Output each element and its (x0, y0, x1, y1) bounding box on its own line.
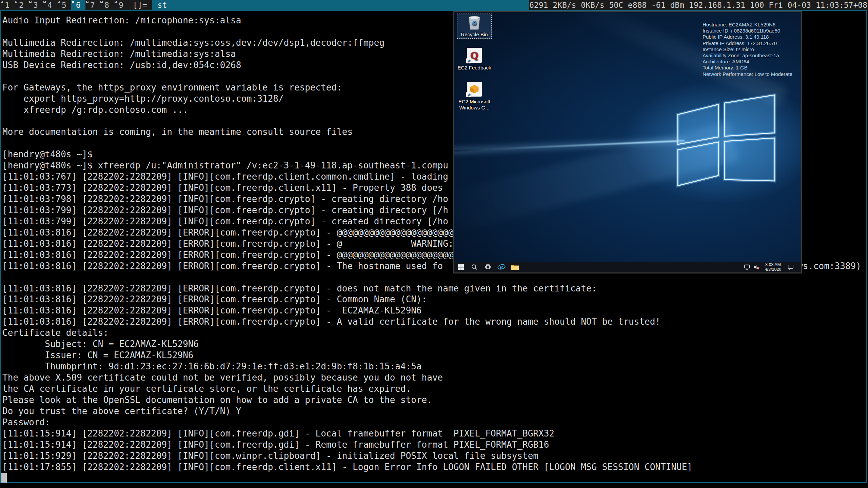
workspace-tag-9[interactable]: 9 (114, 0, 128, 10)
internet-explorer-icon: e (497, 263, 506, 271)
tag-label: 8 (104, 1, 109, 9)
desktop-icon-label: Recycle Bin (457, 32, 491, 38)
tag-client-indicator (43, 1, 46, 3)
tag-label: 4 (47, 1, 52, 9)
workspace-tag-1[interactable]: 1 (0, 0, 14, 10)
folder-icon (511, 264, 519, 270)
tag-client-indicator (86, 1, 88, 3)
workspace-tag-7[interactable]: 7 (85, 0, 100, 10)
terminal-line: [11:01:03:816] [2282202:2282209] [ERROR]… (2, 305, 864, 316)
terminal-line: [11:01:03:816] [2282202:2282209] [ERROR]… (2, 283, 864, 294)
svg-text:♻: ♻ (472, 20, 477, 27)
ec2-info-line: Public IP Address: 3.1.49.118 (703, 34, 799, 40)
workspace-tag-2[interactable]: 2 (14, 0, 28, 10)
tag-client-indicator (100, 1, 103, 3)
desktop-icon-ec2-feedback[interactable]: Q ↗ EC2 Feedback (457, 48, 491, 71)
clock-time: 3:03 AM (765, 262, 781, 267)
terminal-line: The above X.509 certificate could not be… (2, 372, 864, 383)
ec2-info-line: Architecture: AMD64 (703, 59, 799, 65)
tag-label: 7 (90, 1, 95, 9)
desktop-icon-label: EC2 Microsoft (457, 99, 491, 105)
dwm-bar: 123456789 []= st 6291 2KB/s 0KB/s 50C e8… (0, 0, 868, 10)
q-icon: Q (470, 52, 478, 58)
windows-logo (668, 94, 783, 192)
task-view-icon (485, 264, 491, 270)
terminal-line-fragment: ws.com:3389) (797, 261, 861, 272)
terminal-line: [11:01:03:816] [2282202:2282209] [ERROR]… (2, 316, 864, 327)
terminal-cursor (1, 473, 7, 483)
workspace-tag-6[interactable]: 6 (71, 0, 85, 10)
terminal-line: Subject: CN = EC2AMAZ-KL529N6 (2, 339, 864, 350)
terminal-line: [11:01:15:914] [2282202:2282209] [INFO][… (2, 439, 864, 450)
terminal-line: [11:01:03:816] [2282202:2282209] [ERROR]… (2, 294, 864, 305)
tag-label: 1 (5, 1, 9, 9)
tag-label: 9 (119, 1, 123, 9)
desktop-icon-label: Windows G... (457, 105, 491, 111)
terminal-line: Password: (2, 417, 864, 428)
tag-client-indicator (29, 1, 32, 3)
ec2-info-line: Network Performance: Low to Moderate (703, 71, 799, 77)
workspace-tag-3[interactable]: 3 (28, 0, 43, 10)
ec2-info-line: Instance Size: t2.micro (703, 46, 799, 53)
focused-window-title: st (152, 0, 529, 10)
desktop-icon-ec2-microsoft-windows[interactable]: ↗ EC2 Microsoft Windows G... (457, 82, 491, 111)
ec2-info-line: Hostname: EC2AMAZ-KL529N6 (703, 22, 799, 28)
wallpaper-light-beam (454, 140, 685, 152)
terminal-line: Thumbprint: 9d:d1:23:ec:27:16:6b:d7:29:1… (2, 361, 864, 372)
shortcut-arrow-icon: ↗ (466, 58, 471, 63)
tag-client-indicator (72, 1, 74, 3)
ec2-info-line: Instance ID: i-08238d6011fb9ae50 (703, 28, 799, 34)
taskbar: e (454, 262, 801, 272)
network-status-button[interactable] (742, 262, 752, 272)
ec2-info-line: Total Memory: 1 GB (703, 65, 799, 71)
terminal-line: the CA certificate in your certificate s… (2, 383, 864, 394)
internet-explorer-button[interactable]: e (495, 262, 508, 272)
tag-client-indicator (1, 1, 3, 3)
terminal-line: [11:01:15:929] [2282202:2282209] [INFO][… (2, 450, 864, 462)
rdp-window[interactable]: ♻ Recycle Bin Q ↗ EC2 Feedback (453, 11, 802, 273)
system-tray: 3:03 AM 4/3/2020 (742, 262, 801, 272)
desktop-icon-recycle-bin[interactable]: ♻ Recycle Bin (457, 14, 491, 38)
tag-label: 3 (33, 1, 38, 9)
screen-root: { "bar": { "tags": [ {"label": "1", "sel… (0, 0, 868, 488)
tag-client-indicator (58, 1, 60, 3)
recycle-bin-icon: ♻ (467, 15, 482, 30)
workspace-tag-4[interactable]: 4 (43, 0, 57, 10)
search-icon (471, 264, 477, 270)
status-text: 6291 2KB/s 0KB/s 50C e888 -61 dBm 192.16… (529, 0, 868, 10)
tag-label: 5 (62, 1, 66, 9)
terminal-line: Issuer: CN = EC2AMAZ-KL529N6 (2, 350, 864, 361)
start-button[interactable] (454, 262, 468, 272)
terminal-line: [11:01:15:914] [2282202:2282209] [INFO][… (2, 428, 864, 439)
ec2-info-line: Private IP Address: 172.31.26.70 (703, 40, 799, 46)
ec2-info-line: Availability Zone: ap-southeast-1a (703, 53, 799, 59)
volume-muted-icon (753, 264, 760, 270)
terminal-line (2, 472, 864, 484)
workspace-tag-5[interactable]: 5 (57, 0, 71, 10)
tag-client-indicator (15, 1, 17, 3)
network-icon (744, 264, 750, 270)
terminal-line: Please look at the OpenSSL documentation… (2, 394, 864, 406)
tag-label: 2 (19, 1, 24, 9)
tag-client-indicator (115, 1, 117, 3)
shortcut-arrow-icon: ↗ (466, 92, 471, 97)
action-center-icon (788, 264, 794, 270)
tag-label: 6 (76, 1, 81, 9)
workspace-tags: 123456789 (0, 0, 128, 10)
windows-desktop: ♻ Recycle Bin Q ↗ EC2 Feedback (454, 12, 801, 262)
volume-button[interactable] (752, 262, 761, 272)
clock-date: 4/3/2020 (765, 267, 782, 272)
ec2launch-info: Hostname: EC2AMAZ-KL529N6Instance ID: i-… (703, 22, 799, 77)
file-explorer-button[interactable] (508, 262, 522, 272)
windows-start-icon (458, 264, 464, 270)
desktop-icon-label: EC2 Feedback (457, 65, 491, 71)
action-center-button[interactable] (785, 262, 796, 272)
terminal-line: Certificate details: (2, 327, 864, 339)
terminal-line: Do you trust the above certificate? (Y/T… (2, 406, 864, 417)
taskbar-search-button[interactable] (468, 262, 481, 272)
workspace-tag-8[interactable]: 8 (100, 0, 114, 10)
task-view-button[interactable] (481, 262, 495, 272)
layout-indicator[interactable]: []= (128, 0, 152, 10)
taskbar-clock[interactable]: 3:03 AM 4/3/2020 (761, 262, 785, 272)
terminal-line: [11:01:17:855] [2282202:2282209] [INFO][… (2, 462, 864, 473)
